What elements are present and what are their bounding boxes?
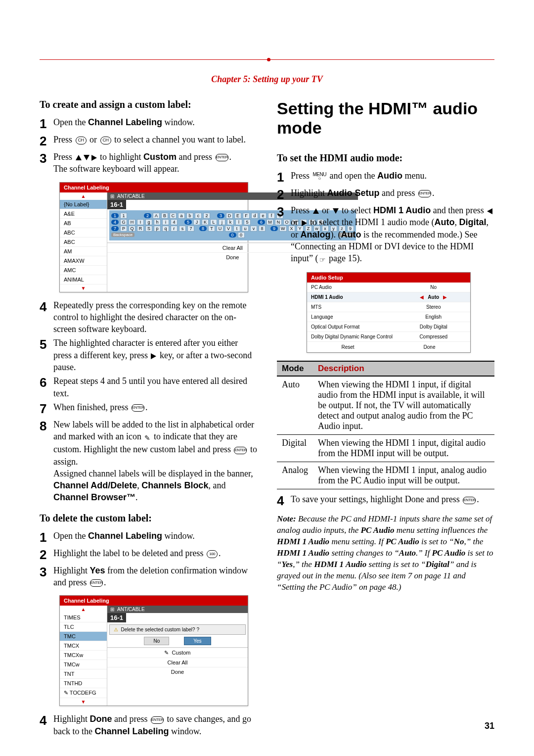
key-3[interactable]: 3 xyxy=(217,213,224,218)
step-number: 8 xyxy=(40,419,53,434)
heading-delete-label: To delete the custom label: xyxy=(40,513,257,524)
audio-row-value[interactable]: Compressed xyxy=(397,332,471,342)
key-1[interactable]: 1 xyxy=(111,213,119,218)
step-number: 3 xyxy=(277,204,291,220)
custom-button[interactable]: ✎ Custom xyxy=(107,648,248,658)
key-2[interactable]: 2 xyxy=(144,213,151,218)
enter-icon: ENTER xyxy=(234,447,247,454)
step-number: 3 xyxy=(40,565,53,580)
step-number: 2 xyxy=(277,187,291,202)
step-number: 3 xyxy=(40,151,53,166)
key-8[interactable]: 8 xyxy=(199,226,207,231)
done-button[interactable]: Done xyxy=(107,667,248,676)
audio-row-value[interactable]: ◀ Auto ▶ xyxy=(397,292,471,302)
audio-row-label: HDMI 1 Audio xyxy=(307,292,397,302)
audio-row-value[interactable]: Stereo xyxy=(397,302,471,312)
audio-row-label: Dolby Digital Dynamic Range Control xyxy=(307,332,397,342)
mode-name: Digital xyxy=(277,435,313,462)
audio-row-label: MTS xyxy=(307,302,397,312)
list-item[interactable]: AMC xyxy=(60,266,107,275)
key-0[interactable]: 0 xyxy=(229,233,236,237)
list-item[interactable]: AB xyxy=(60,219,107,228)
chapter-label: Chapter 5: Setting up your TV xyxy=(0,74,534,85)
channel-labeling-panel-keyboard: Channel Labeling ▲ {No Label} A&E AB ABC… xyxy=(59,182,248,292)
step-number: 1 xyxy=(277,170,291,185)
audio-row-value[interactable]: Dolby Digital xyxy=(397,322,471,332)
audio-row-value[interactable]: No xyxy=(397,283,471,292)
step-number: 2 xyxy=(40,547,53,563)
list-item[interactable]: TMCX xyxy=(60,641,107,651)
heading-hdmi-audio: Setting the HDMI™ audio mode xyxy=(277,99,494,138)
list-item[interactable]: TNT xyxy=(60,669,107,679)
step2a: Press CH or CH to select a channel you w… xyxy=(53,134,257,145)
step-number: 1 xyxy=(40,530,53,545)
right-arrow-icon xyxy=(302,220,307,226)
list-item[interactable]: TLC xyxy=(60,622,107,632)
channel-number: 16-1 xyxy=(107,200,126,209)
enter-icon: ENTER xyxy=(151,716,164,724)
pointer-icon xyxy=(319,253,326,265)
header-dot xyxy=(267,58,270,61)
step-number: 2 xyxy=(40,134,53,149)
list-item[interactable]: TIMES xyxy=(60,613,107,622)
clear-all-button[interactable]: Clear All xyxy=(107,658,248,667)
step8a: New labels will be added to the list in … xyxy=(53,419,257,504)
del-step2: Highlight the label to be deleted and pr… xyxy=(53,547,257,559)
up-arrow-icon xyxy=(76,155,82,160)
list-item[interactable]: AMAXW xyxy=(60,256,107,266)
source-label: ANT/CABLE xyxy=(117,607,145,612)
del-step3: Highlight Yes from the deletion confirma… xyxy=(53,565,257,589)
list-item[interactable]: TMCXw xyxy=(60,651,107,660)
key-5[interactable]: 5 xyxy=(184,220,192,225)
mode-desc: When viewing the HDMI 1 input, if digita… xyxy=(313,376,494,435)
ch-down-icon: CH xyxy=(100,137,111,144)
dialog-no-button[interactable]: No xyxy=(144,637,169,645)
list-item[interactable]: ✎ TOCDEFG xyxy=(60,688,107,698)
panel-title: Channel Labeling xyxy=(60,183,248,192)
right-arrow-icon xyxy=(151,353,156,359)
key-4[interactable]: 4 xyxy=(111,220,119,225)
list-item[interactable]: ANIMAL xyxy=(60,275,107,284)
scroll-down-icon[interactable]: ▼ xyxy=(60,284,107,292)
done-button[interactable]: Done xyxy=(389,342,470,352)
rstep3: Press or to select HDMI 1 Audio and then… xyxy=(291,204,494,265)
up-arrow-icon xyxy=(313,208,319,214)
backspace-key[interactable]: Backspace xyxy=(111,233,134,237)
list-item[interactable]: ABC xyxy=(60,237,107,247)
list-item[interactable]: AM xyxy=(60,247,107,256)
list-item[interactable]: ABC xyxy=(60,228,107,237)
key-6[interactable]: 6 xyxy=(258,220,265,225)
down-arrow-icon xyxy=(333,208,339,214)
list-item[interactable]: A&E xyxy=(60,209,107,219)
delete-confirm-message: ⚠ Delete the selected custom label? ? xyxy=(109,624,246,635)
step-number: 4 xyxy=(40,299,53,315)
del-step4: Highlight Done and press ENTER to save c… xyxy=(53,713,257,737)
reset-button[interactable]: Reset xyxy=(307,342,389,352)
down-arrow-icon xyxy=(84,155,89,160)
list-item[interactable]: TNTHD xyxy=(60,679,107,688)
scroll-up-icon[interactable]: ▲ xyxy=(60,192,107,200)
note-text: Note: Because the PC and HDMI-1 inputs s… xyxy=(277,514,494,593)
mode-desc: When viewing the HDMI 1 input, analog au… xyxy=(313,462,494,489)
key-7[interactable]: 7 xyxy=(111,226,119,231)
dialog-yes-button[interactable]: Yes xyxy=(184,637,211,645)
right-arrow-icon xyxy=(91,155,97,161)
list-item[interactable]: {No Label} xyxy=(60,200,107,209)
panel-title: Channel Labeling xyxy=(60,596,248,606)
step4a: Repeatedly press the corresponding key o… xyxy=(53,299,257,335)
step-number: 5 xyxy=(40,337,53,352)
enter-icon: ENTER xyxy=(418,190,431,197)
step7a: When finished, press ENTER. xyxy=(53,401,257,413)
audio-row-label: Language xyxy=(307,312,397,322)
scroll-up-icon[interactable]: ▲ xyxy=(60,606,107,613)
list-item[interactable]: TMC xyxy=(60,632,107,641)
audio-row-value[interactable]: English xyxy=(397,312,471,322)
step-number: 6 xyxy=(40,375,53,390)
ch-up-icon: CH xyxy=(76,137,87,144)
audio-row-label: PC Audio xyxy=(307,283,397,292)
scroll-down-icon[interactable]: ▼ xyxy=(60,698,107,706)
step-number: 1 xyxy=(40,116,53,132)
list-item[interactable]: TMCw xyxy=(60,660,107,669)
source-label: ANT/CABLE xyxy=(117,193,145,199)
mode-name: Auto xyxy=(277,376,313,435)
